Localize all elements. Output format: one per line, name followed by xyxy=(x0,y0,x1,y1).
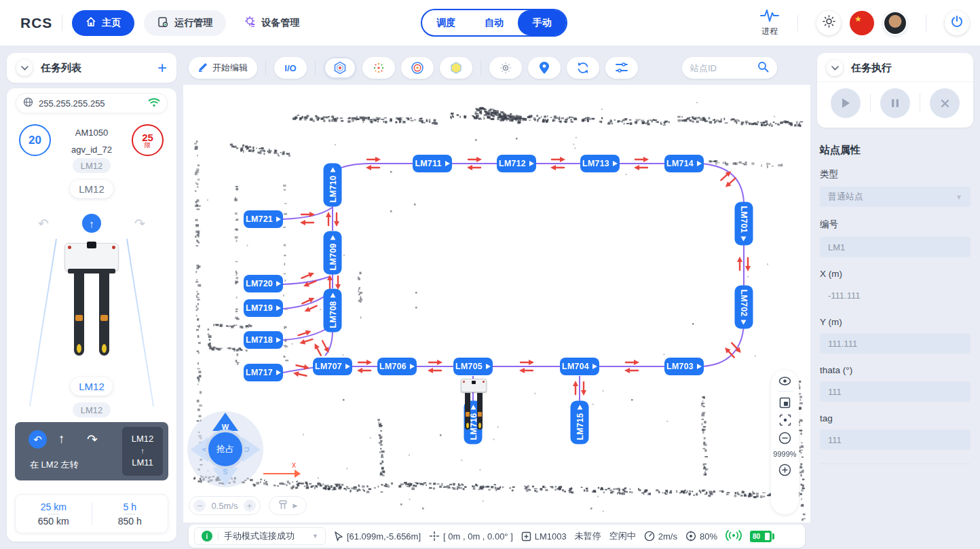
nav-operation[interactable]: 运行管理 xyxy=(144,10,226,36)
station-label: LM712 xyxy=(499,159,526,168)
map-station-LM720[interactable]: LM720 xyxy=(244,275,283,292)
user-avatar[interactable] xyxy=(883,11,907,35)
map-station-LM719[interactable]: LM719 xyxy=(244,299,283,317)
map-station-LM712[interactable]: LM712 xyxy=(497,155,536,172)
mode-manual[interactable]: 手动 xyxy=(518,10,566,35)
map-station-LM701[interactable]: LM701 xyxy=(735,202,753,245)
station-play-icon xyxy=(276,216,281,222)
field-value-input[interactable]: LM1 xyxy=(820,237,970,257)
play-icon xyxy=(841,98,850,109)
pause-task-button[interactable] xyxy=(880,88,910,118)
fork-control[interactable]: ▶ xyxy=(269,496,307,515)
nav-arrow: ↑ xyxy=(140,446,145,457)
add-task-button[interactable]: + xyxy=(157,60,167,76)
visibility-eye-icon[interactable] xyxy=(778,377,791,385)
refresh-button[interactable] xyxy=(567,57,599,79)
station-label: LM701 xyxy=(739,206,749,233)
layer-stations-button[interactable] xyxy=(324,57,356,79)
forklift-image xyxy=(63,243,120,358)
map-canvas-area[interactable]: LM711LM712LM713LM714LM710LM721LM709LM720… xyxy=(183,85,810,523)
signal-icon xyxy=(725,530,742,543)
speed-increase-button[interactable]: + xyxy=(244,499,256,512)
zoom-in-icon[interactable] xyxy=(778,463,791,476)
center-focus-icon[interactable] xyxy=(779,414,791,426)
hexagon-target-icon xyxy=(333,61,347,75)
go-straight-button[interactable]: ↑ xyxy=(82,214,101,233)
nav-device[interactable]: 设备管理 xyxy=(230,10,313,36)
mode-auto[interactable]: 自动 xyxy=(470,10,519,35)
power-button[interactable] xyxy=(945,11,969,35)
navigation-panel: ↶ ↑ ↷ 在 LM2 左转 LM12 ↑ LM11 xyxy=(15,422,168,480)
field-value-input[interactable]: 111 xyxy=(820,381,970,402)
connection-message-pill[interactable]: i 手动模式连接成功 ▼ xyxy=(194,527,326,545)
wifi-icon xyxy=(148,98,160,109)
theme-button[interactable] xyxy=(816,11,841,35)
concentric-circles-icon xyxy=(411,61,424,75)
gear-icon xyxy=(244,16,256,30)
locate-button[interactable] xyxy=(528,57,561,79)
map-station-LM706[interactable]: LM706 xyxy=(377,358,417,375)
nav-from-to: LM12 ↑ LM11 xyxy=(122,427,163,476)
layer-pointcloud-button[interactable] xyxy=(362,57,395,79)
layer-area-button[interactable] xyxy=(440,57,472,79)
station-label: LM708 xyxy=(328,301,337,328)
map-station-LM703[interactable]: LM703 xyxy=(664,358,704,375)
sun-icon xyxy=(823,15,835,31)
station-label: LM719 xyxy=(246,303,273,313)
map-station-LM713[interactable]: LM713 xyxy=(580,155,620,172)
mode-dispatch[interactable]: 调度 xyxy=(422,10,470,35)
robot-pose: [ 0m , 0m , 0.00° ] xyxy=(429,531,513,542)
map-station-LM715[interactable]: LM715 xyxy=(571,400,589,444)
collapse-task-exec-button[interactable] xyxy=(827,60,843,76)
lidar-scan-button[interactable] xyxy=(489,57,522,79)
battery-indicator: 80 xyxy=(750,531,774,542)
chevron-down-icon[interactable]: ▼ xyxy=(312,533,318,539)
station-search-input[interactable] xyxy=(690,63,751,73)
map-station-LM705[interactable]: LM705 xyxy=(453,358,493,375)
agv-on-map[interactable] xyxy=(461,379,487,430)
map-station-LM718[interactable]: LM718 xyxy=(244,331,283,349)
cursor-position: [61.099m,-5.656m] xyxy=(334,531,421,542)
map-station-LM702[interactable]: LM702 xyxy=(735,285,753,328)
map-toolbar: 开始编辑 I/O xyxy=(189,57,777,79)
map-station-LM714[interactable]: LM714 xyxy=(664,155,704,172)
speed-decrease-button[interactable]: − xyxy=(193,499,206,512)
nav-operation-label: 运行管理 xyxy=(174,17,212,29)
station-label: LM713 xyxy=(582,159,609,168)
limit-value: 25 xyxy=(142,132,153,143)
map-station-LM708[interactable]: LM708 xyxy=(324,288,342,332)
start-edit-button[interactable]: 开始编辑 xyxy=(189,57,257,79)
collapse-task-list-button[interactable] xyxy=(16,60,33,76)
map-station-LM711[interactable]: LM711 xyxy=(413,155,452,172)
nav-instruction: 在 LM2 左转 xyxy=(30,459,79,471)
cancel-task-button[interactable] xyxy=(930,88,960,118)
map-station-LM710[interactable]: LM710 xyxy=(324,163,342,206)
minimap-icon[interactable] xyxy=(779,397,791,409)
zoom-out-icon[interactable] xyxy=(778,432,791,444)
cursor-icon xyxy=(334,531,343,542)
map-station-LM707[interactable]: LM707 xyxy=(313,358,352,375)
layer-rings-button[interactable] xyxy=(401,57,434,79)
station-play-icon xyxy=(345,364,350,369)
map-station-LM704[interactable]: LM704 xyxy=(560,358,599,375)
field-value-input[interactable]: 111.111 xyxy=(820,333,970,354)
station-label: LM720 xyxy=(246,279,273,288)
nav-home[interactable]: 主页 xyxy=(72,10,134,36)
station-play-icon xyxy=(276,281,281,286)
seize-control-button[interactable]: 抢占 xyxy=(206,430,245,469)
map-station-LM721[interactable]: LM721 xyxy=(244,210,283,228)
field-value-select[interactable]: 普通站点▼ xyxy=(820,187,970,207)
map-station-LM717[interactable]: LM717 xyxy=(244,364,283,381)
map-station-LM709[interactable]: LM709 xyxy=(324,231,342,274)
language-flag-button[interactable]: ★ xyxy=(850,11,874,35)
play-task-button[interactable] xyxy=(831,88,861,118)
search-icon[interactable] xyxy=(757,61,769,75)
process-button[interactable]: 进程 xyxy=(760,8,779,37)
field-value-input[interactable]: 111 xyxy=(820,430,970,450)
agv-ip-row[interactable]: 255.255.255.255 xyxy=(16,94,167,113)
turn-left-icon[interactable]: ↶ xyxy=(38,216,49,231)
io-button[interactable]: I/O xyxy=(274,57,307,79)
nav-device-label: 设备管理 xyxy=(261,17,299,29)
filters-button[interactable] xyxy=(605,57,638,79)
turn-right-icon[interactable]: ↷ xyxy=(134,216,145,231)
